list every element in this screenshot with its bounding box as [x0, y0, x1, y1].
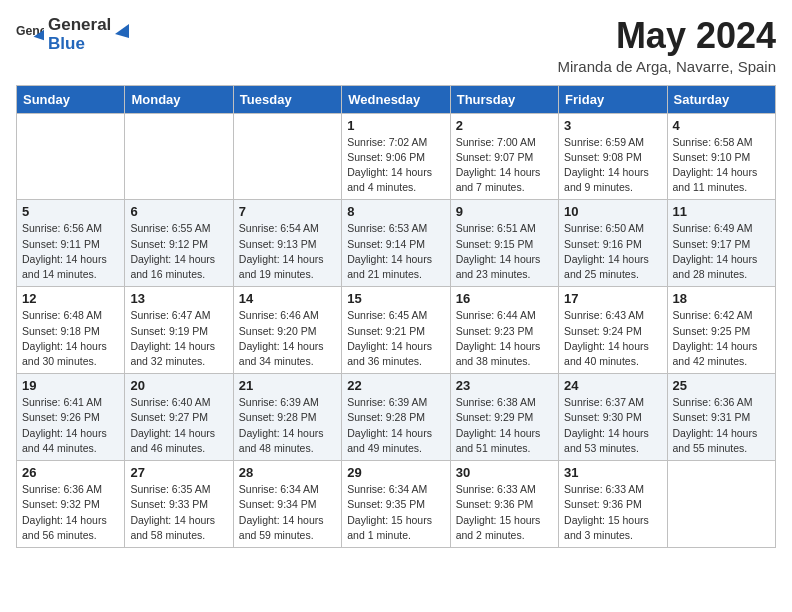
calendar-cell — [233, 113, 341, 200]
calendar-cell: 13Sunrise: 6:47 AM Sunset: 9:19 PM Dayli… — [125, 287, 233, 374]
calendar-header-row: SundayMondayTuesdayWednesdayThursdayFrid… — [17, 85, 776, 113]
day-info: Sunrise: 6:35 AM Sunset: 9:33 PM Dayligh… — [130, 482, 227, 543]
day-number: 23 — [456, 378, 553, 393]
day-info: Sunrise: 6:44 AM Sunset: 9:23 PM Dayligh… — [456, 308, 553, 369]
day-number: 2 — [456, 118, 553, 133]
col-header-sunday: Sunday — [17, 85, 125, 113]
day-number: 20 — [130, 378, 227, 393]
day-number: 18 — [673, 291, 770, 306]
logo-triangle-icon — [107, 20, 129, 42]
month-year-title: May 2024 — [558, 16, 776, 56]
calendar-cell: 23Sunrise: 6:38 AM Sunset: 9:29 PM Dayli… — [450, 374, 558, 461]
day-info: Sunrise: 6:54 AM Sunset: 9:13 PM Dayligh… — [239, 221, 336, 282]
day-number: 24 — [564, 378, 661, 393]
day-number: 14 — [239, 291, 336, 306]
logo-general-text: General — [48, 16, 111, 35]
day-number: 1 — [347, 118, 444, 133]
day-number: 9 — [456, 204, 553, 219]
calendar-cell: 17Sunrise: 6:43 AM Sunset: 9:24 PM Dayli… — [559, 287, 667, 374]
day-number: 11 — [673, 204, 770, 219]
day-number: 27 — [130, 465, 227, 480]
day-number: 21 — [239, 378, 336, 393]
day-info: Sunrise: 6:55 AM Sunset: 9:12 PM Dayligh… — [130, 221, 227, 282]
calendar-cell: 15Sunrise: 6:45 AM Sunset: 9:21 PM Dayli… — [342, 287, 450, 374]
col-header-monday: Monday — [125, 85, 233, 113]
logo: General General Blue — [16, 16, 129, 53]
day-info: Sunrise: 6:36 AM Sunset: 9:32 PM Dayligh… — [22, 482, 119, 543]
day-number: 10 — [564, 204, 661, 219]
day-number: 19 — [22, 378, 119, 393]
day-info: Sunrise: 6:59 AM Sunset: 9:08 PM Dayligh… — [564, 135, 661, 196]
day-info: Sunrise: 6:33 AM Sunset: 9:36 PM Dayligh… — [456, 482, 553, 543]
day-info: Sunrise: 6:51 AM Sunset: 9:15 PM Dayligh… — [456, 221, 553, 282]
calendar-cell: 19Sunrise: 6:41 AM Sunset: 9:26 PM Dayli… — [17, 374, 125, 461]
calendar-cell: 8Sunrise: 6:53 AM Sunset: 9:14 PM Daylig… — [342, 200, 450, 287]
day-number: 6 — [130, 204, 227, 219]
day-number: 13 — [130, 291, 227, 306]
calendar-cell: 5Sunrise: 6:56 AM Sunset: 9:11 PM Daylig… — [17, 200, 125, 287]
day-number: 8 — [347, 204, 444, 219]
day-info: Sunrise: 6:48 AM Sunset: 9:18 PM Dayligh… — [22, 308, 119, 369]
logo-icon: General — [16, 21, 44, 49]
day-info: Sunrise: 6:34 AM Sunset: 9:35 PM Dayligh… — [347, 482, 444, 543]
day-info: Sunrise: 7:00 AM Sunset: 9:07 PM Dayligh… — [456, 135, 553, 196]
day-info: Sunrise: 6:58 AM Sunset: 9:10 PM Dayligh… — [673, 135, 770, 196]
col-header-friday: Friday — [559, 85, 667, 113]
day-info: Sunrise: 6:38 AM Sunset: 9:29 PM Dayligh… — [456, 395, 553, 456]
calendar-cell: 20Sunrise: 6:40 AM Sunset: 9:27 PM Dayli… — [125, 374, 233, 461]
col-header-wednesday: Wednesday — [342, 85, 450, 113]
calendar-cell: 11Sunrise: 6:49 AM Sunset: 9:17 PM Dayli… — [667, 200, 775, 287]
calendar-week-row: 5Sunrise: 6:56 AM Sunset: 9:11 PM Daylig… — [17, 200, 776, 287]
calendar-week-row: 26Sunrise: 6:36 AM Sunset: 9:32 PM Dayli… — [17, 461, 776, 548]
day-info: Sunrise: 6:56 AM Sunset: 9:11 PM Dayligh… — [22, 221, 119, 282]
day-info: Sunrise: 6:37 AM Sunset: 9:30 PM Dayligh… — [564, 395, 661, 456]
calendar-cell: 30Sunrise: 6:33 AM Sunset: 9:36 PM Dayli… — [450, 461, 558, 548]
day-info: Sunrise: 6:39 AM Sunset: 9:28 PM Dayligh… — [347, 395, 444, 456]
day-number: 31 — [564, 465, 661, 480]
calendar-cell: 4Sunrise: 6:58 AM Sunset: 9:10 PM Daylig… — [667, 113, 775, 200]
calendar-cell: 21Sunrise: 6:39 AM Sunset: 9:28 PM Dayli… — [233, 374, 341, 461]
day-info: Sunrise: 6:46 AM Sunset: 9:20 PM Dayligh… — [239, 308, 336, 369]
day-number: 17 — [564, 291, 661, 306]
day-info: Sunrise: 6:40 AM Sunset: 9:27 PM Dayligh… — [130, 395, 227, 456]
day-info: Sunrise: 6:50 AM Sunset: 9:16 PM Dayligh… — [564, 221, 661, 282]
day-number: 30 — [456, 465, 553, 480]
day-info: Sunrise: 6:33 AM Sunset: 9:36 PM Dayligh… — [564, 482, 661, 543]
day-number: 3 — [564, 118, 661, 133]
day-number: 5 — [22, 204, 119, 219]
calendar-cell: 27Sunrise: 6:35 AM Sunset: 9:33 PM Dayli… — [125, 461, 233, 548]
calendar-cell — [17, 113, 125, 200]
col-header-saturday: Saturday — [667, 85, 775, 113]
calendar-cell: 24Sunrise: 6:37 AM Sunset: 9:30 PM Dayli… — [559, 374, 667, 461]
calendar-week-row: 12Sunrise: 6:48 AM Sunset: 9:18 PM Dayli… — [17, 287, 776, 374]
logo-blue-text: Blue — [48, 35, 111, 54]
day-number: 15 — [347, 291, 444, 306]
day-info: Sunrise: 6:49 AM Sunset: 9:17 PM Dayligh… — [673, 221, 770, 282]
calendar-cell — [667, 461, 775, 548]
day-number: 16 — [456, 291, 553, 306]
day-info: Sunrise: 7:02 AM Sunset: 9:06 PM Dayligh… — [347, 135, 444, 196]
day-info: Sunrise: 6:34 AM Sunset: 9:34 PM Dayligh… — [239, 482, 336, 543]
day-info: Sunrise: 6:39 AM Sunset: 9:28 PM Dayligh… — [239, 395, 336, 456]
day-number: 4 — [673, 118, 770, 133]
calendar-cell: 14Sunrise: 6:46 AM Sunset: 9:20 PM Dayli… — [233, 287, 341, 374]
calendar-cell: 16Sunrise: 6:44 AM Sunset: 9:23 PM Dayli… — [450, 287, 558, 374]
calendar-cell: 29Sunrise: 6:34 AM Sunset: 9:35 PM Dayli… — [342, 461, 450, 548]
calendar-cell: 1Sunrise: 7:02 AM Sunset: 9:06 PM Daylig… — [342, 113, 450, 200]
day-info: Sunrise: 6:36 AM Sunset: 9:31 PM Dayligh… — [673, 395, 770, 456]
calendar-week-row: 1Sunrise: 7:02 AM Sunset: 9:06 PM Daylig… — [17, 113, 776, 200]
day-number: 25 — [673, 378, 770, 393]
day-info: Sunrise: 6:45 AM Sunset: 9:21 PM Dayligh… — [347, 308, 444, 369]
calendar-table: SundayMondayTuesdayWednesdayThursdayFrid… — [16, 85, 776, 548]
calendar-cell: 28Sunrise: 6:34 AM Sunset: 9:34 PM Dayli… — [233, 461, 341, 548]
calendar-week-row: 19Sunrise: 6:41 AM Sunset: 9:26 PM Dayli… — [17, 374, 776, 461]
day-number: 7 — [239, 204, 336, 219]
calendar-cell: 26Sunrise: 6:36 AM Sunset: 9:32 PM Dayli… — [17, 461, 125, 548]
calendar-cell: 7Sunrise: 6:54 AM Sunset: 9:13 PM Daylig… — [233, 200, 341, 287]
calendar-cell: 22Sunrise: 6:39 AM Sunset: 9:28 PM Dayli… — [342, 374, 450, 461]
day-number: 28 — [239, 465, 336, 480]
calendar-cell: 9Sunrise: 6:51 AM Sunset: 9:15 PM Daylig… — [450, 200, 558, 287]
svg-marker-2 — [115, 24, 129, 38]
day-number: 22 — [347, 378, 444, 393]
calendar-cell — [125, 113, 233, 200]
